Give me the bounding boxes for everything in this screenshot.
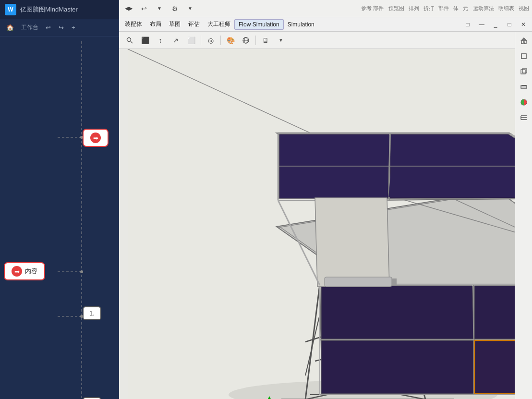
cube-icon-btn[interactable]: ⬛ xyxy=(138,34,152,47)
mindmap-canvas: ➡ ➡ 内容 1. 2. xyxy=(0,36,119,399)
cad-settings-button[interactable]: ⚙ xyxy=(168,2,181,15)
svg-marker-51 xyxy=(280,135,389,166)
connector-lines xyxy=(0,36,119,399)
menu-sketch[interactable]: 草图 xyxy=(165,19,184,30)
window-controls: □ — _ □ ✕ xyxy=(461,17,532,32)
svg-marker-53 xyxy=(280,167,388,198)
front-view-icon xyxy=(520,52,528,60)
menu-simulation[interactable]: Simulation xyxy=(284,20,318,29)
svg-marker-52 xyxy=(390,135,532,166)
section-icon xyxy=(520,83,528,91)
monitor-dropdown-btn[interactable]: ▼ xyxy=(274,34,288,47)
svg-rect-81 xyxy=(521,70,525,74)
svg-rect-71 xyxy=(325,277,392,287)
viewport-3d[interactable]: Y xyxy=(119,49,532,399)
box-node-1-label: 1. xyxy=(89,310,95,317)
box-node-2[interactable]: 2. xyxy=(83,397,101,399)
cad-area: ◀▶ ↩ ▼ ⚙ ▼ 参考 部件 预览图 排列 折打 部件 体 元 运动算法 明… xyxy=(119,0,532,399)
svg-rect-82 xyxy=(522,69,527,73)
cad-settings-dropdown[interactable]: ▼ xyxy=(183,2,197,15)
undo-button[interactable]: ↩ xyxy=(43,23,53,33)
win-restore-button[interactable]: □ xyxy=(461,19,474,30)
win-close-button[interactable]: ✕ xyxy=(517,19,530,30)
mindmaster-header: W 亿图脑图MindMaster xyxy=(0,0,119,19)
box-node-1[interactable]: 1. xyxy=(83,306,101,320)
svg-rect-72 xyxy=(392,278,397,285)
list-icon xyxy=(520,114,528,121)
top-toolbar-right-labels: 参考 部件 预览图 排列 折打 部件 体 元 运动算法 明细表 视图 xyxy=(361,5,529,12)
right-tool-panel xyxy=(515,32,532,399)
sphere-icon-btn[interactable] xyxy=(239,34,253,47)
home-icon xyxy=(520,37,528,45)
sphere-icon xyxy=(242,36,250,44)
arrow-icon-top: ➡ xyxy=(90,133,101,143)
rt-home-btn[interactable] xyxy=(517,34,531,48)
move-icon-btn[interactable]: ↕ xyxy=(154,34,167,47)
mindmaster-toolbar: 🏠 工作台 ↩ ↪ + xyxy=(0,19,119,36)
svg-rect-80 xyxy=(521,54,526,59)
win-minimize2-button[interactable]: — xyxy=(475,19,488,30)
svg-marker-54 xyxy=(388,167,532,197)
svg-marker-79 xyxy=(521,38,527,41)
box-node-2-content: 2. xyxy=(83,397,101,399)
content-node[interactable]: ➡ 内容 xyxy=(4,262,45,280)
cad-undo-button[interactable]: ↩ xyxy=(137,2,151,15)
rt-list-btn[interactable] xyxy=(517,110,531,125)
target-icon-btn[interactable]: ◎ xyxy=(204,34,218,47)
arrow-node-top[interactable]: ➡ xyxy=(83,129,109,147)
win-maximize-button[interactable]: □ xyxy=(503,19,516,30)
svg-rect-83 xyxy=(521,85,527,88)
add-button[interactable]: + xyxy=(69,23,78,33)
menu-flow-simulation[interactable]: Flow Simulation xyxy=(234,19,284,30)
cad-icon-toolbar: ⬛ ↕ ↗ ⬜ ◎ 🎨 🖥 ▼ xyxy=(119,32,532,49)
box-icon-btn[interactable]: ⬜ xyxy=(184,34,198,47)
box-node-1-content: 1. xyxy=(83,306,101,320)
menu-evaluate[interactable]: 评估 xyxy=(184,19,204,30)
win-minimize-button[interactable]: _ xyxy=(489,19,502,30)
mindmaster-title-text: 亿图脑图MindMaster xyxy=(20,5,78,14)
cad-undo-dropdown[interactable]: ▼ xyxy=(153,2,166,15)
separator-1 xyxy=(201,36,201,45)
menu-layout[interactable]: 布局 xyxy=(146,19,165,30)
svg-point-9 xyxy=(127,37,131,41)
rt-front-view-btn[interactable] xyxy=(517,49,531,63)
arrow-icon-content: ➡ xyxy=(12,266,22,277)
back-view-icon xyxy=(520,68,528,75)
menu-assemby[interactable]: 装配体 xyxy=(121,19,146,30)
svg-marker-62 xyxy=(321,286,473,339)
rt-back-view-btn[interactable] xyxy=(517,64,531,79)
arrow-node-content-top: ➡ xyxy=(83,129,109,147)
search-icon-btn[interactable] xyxy=(123,34,136,47)
home-icon[interactable]: 🏠 xyxy=(4,23,16,33)
search-icon xyxy=(126,37,133,44)
monitor-icon-btn[interactable]: 🖥 xyxy=(259,34,272,47)
rt-section-btn[interactable] xyxy=(517,80,531,94)
mindmaster-logo: W xyxy=(5,4,16,15)
menu-engineer[interactable]: 大工程师 xyxy=(204,19,234,30)
appearance-icon xyxy=(520,98,528,106)
separator-2 xyxy=(220,36,221,45)
menu-bar: 装配体 布局 草图 评估 大工程师 Flow Simulation Simula… xyxy=(119,17,532,32)
svg-marker-70 xyxy=(315,198,389,287)
separator-3 xyxy=(255,36,256,45)
rt-appearance-btn[interactable] xyxy=(517,95,531,109)
cad-nav-button[interactable]: ◀▶ xyxy=(122,2,135,15)
svg-point-6 xyxy=(80,270,83,273)
cad-top-toolbar: ◀▶ ↩ ▼ ⚙ ▼ 参考 部件 预览图 排列 折打 部件 体 元 运动算法 明… xyxy=(119,0,532,17)
left-panel: W 亿图脑图MindMaster 🏠 工作台 ↩ ↪ + ➡ xyxy=(0,0,119,399)
solar-panel-model-svg: Y xyxy=(119,49,532,399)
workspace-label: 工作台 xyxy=(19,24,40,32)
redo-button[interactable]: ↪ xyxy=(56,23,66,33)
color-wheel-btn[interactable]: 🎨 xyxy=(224,34,237,47)
content-node-label: 内容 xyxy=(25,267,37,276)
svg-marker-64 xyxy=(321,340,473,394)
svg-line-10 xyxy=(131,41,133,43)
content-node-content: ➡ 内容 xyxy=(4,262,45,280)
rotate-icon-btn[interactable]: ↗ xyxy=(169,34,182,47)
